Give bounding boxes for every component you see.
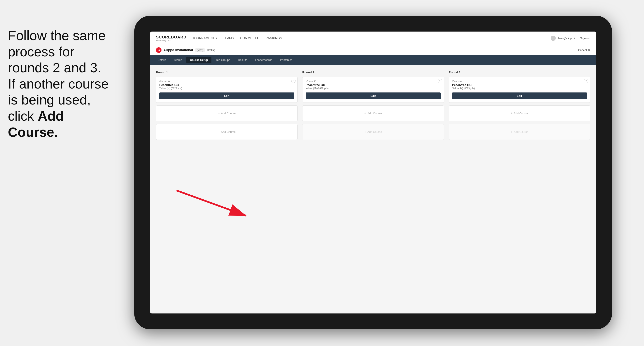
user-email: blair@clippd.io — [558, 37, 576, 40]
round-1-course-card-wrapper: (Course A) Peachtree GC Yellow (M) (6629… — [156, 77, 298, 106]
brand-name: SCOREBOARD — [156, 35, 186, 39]
instruction-text: Follow the same process for rounds 2 and… — [0, 28, 122, 140]
round-2-course-detail: Yellow (M) (6629 yds) — [306, 87, 440, 90]
tab-leaderboards[interactable]: Leaderboards — [252, 57, 276, 63]
round-1-course-card: (Course A) Peachtree GC Yellow (M) (6629… — [156, 77, 298, 103]
round-3-add-plus-1: + — [511, 112, 512, 115]
tab-teams[interactable]: Teams — [170, 57, 186, 63]
round-2-course-tag: (Course A) — [306, 80, 440, 82]
round-2-label: Round 2 — [302, 71, 444, 74]
clippd-icon: C — [156, 47, 162, 53]
round-3-course-tag: (Course A) — [452, 80, 587, 82]
powered-by: Powered by clippd — [156, 39, 186, 42]
user-area: blair@clippd.io | Sign out — [550, 36, 590, 41]
cancel-x-icon: ✕ — [588, 48, 590, 52]
round-1-edit-button[interactable]: Edit — [159, 92, 294, 99]
tournament-name: Clippd Invitational — [164, 48, 193, 52]
round-2-course-name: Peachtree GC — [306, 83, 440, 87]
round-1-course-tag: (Course A) — [159, 80, 294, 82]
brand-logo: SCOREBOARD Powered by clippd — [156, 35, 186, 42]
round-1-course-detail: Yellow (M) (6629 yds) — [159, 87, 294, 90]
round-2-column: Round 2 (Course A) Peachtree GC Yellow (… — [302, 71, 444, 143]
round-3-course-card-wrapper: (Course A) Peachtree GC Yellow (M) (6629… — [449, 77, 590, 106]
round-1-label: Round 1 — [156, 71, 298, 74]
rounds-grid: Round 1 (Course A) Peachtree GC Yellow (… — [156, 71, 590, 143]
round-2-course-card-wrapper: (Course A) Peachtree GC Yellow (M) (6629… — [302, 77, 444, 106]
round-1-course-name: Peachtree GC — [159, 83, 294, 87]
round-1-add-course-1[interactable]: + Add Course — [156, 106, 298, 121]
sign-out-link[interactable]: | Sign out — [579, 37, 590, 40]
tournament-title-area: C Clippd Invitational (Men) Hosting — [156, 47, 215, 53]
tournament-men-badge: (Men) — [195, 48, 204, 52]
tab-tee-groups[interactable]: Tee Groups — [212, 57, 234, 63]
round-2-edit-button[interactable]: Edit — [306, 92, 440, 99]
nav-teams[interactable]: TEAMS — [223, 36, 234, 41]
round-1-add-course-2[interactable]: + Add Course — [156, 124, 298, 140]
tab-results[interactable]: Results — [234, 57, 251, 63]
round-1-column: Round 1 (Course A) Peachtree GC Yellow (… — [156, 71, 298, 143]
tab-navigation: Details Teams Course Setup Tee Groups Re… — [150, 55, 596, 65]
tab-details[interactable]: Details — [154, 57, 170, 63]
round-3-edit-button[interactable]: Edit — [452, 92, 587, 99]
round-1-add-plus-1: + — [218, 112, 220, 115]
top-nav: SCOREBOARD Powered by clippd TOURNAMENTS… — [150, 31, 596, 45]
cancel-button[interactable]: Cancel ✕ — [578, 48, 590, 52]
nav-links: TOURNAMENTS TEAMS COMMITTEE RANKINGS — [192, 36, 282, 41]
round-3-course-name: Peachtree GC — [452, 83, 587, 87]
brand-area: SCOREBOARD Powered by clippd TOURNAMENTS… — [156, 35, 282, 42]
main-content: Round 1 (Course A) Peachtree GC Yellow (… — [150, 65, 596, 314]
round-3-course-card: (Course A) Peachtree GC Yellow (M) (6629… — [449, 77, 590, 103]
round-2-add-course-2: + Add Course — [302, 124, 444, 140]
round-3-column: Round 3 (Course A) Peachtree GC Yellow (… — [449, 71, 590, 143]
round-2-add-course-1[interactable]: + Add Course — [302, 106, 444, 121]
round-2-add-plus-2: + — [364, 130, 366, 134]
round-3-remove-button[interactable]: × — [584, 79, 588, 83]
tab-printables[interactable]: Printables — [276, 57, 296, 63]
hosting-badge: Hosting — [207, 49, 215, 51]
tablet-screen: SCOREBOARD Powered by clippd TOURNAMENTS… — [150, 31, 596, 314]
nav-tournaments[interactable]: TOURNAMENTS — [192, 36, 216, 41]
tablet-frame: SCOREBOARD Powered by clippd TOURNAMENTS… — [134, 16, 612, 329]
round-2-remove-button[interactable]: × — [438, 79, 442, 83]
round-2-course-card: (Course A) Peachtree GC Yellow (M) (6629… — [302, 77, 444, 103]
nav-committee[interactable]: COMMITTEE — [240, 36, 259, 41]
tab-course-setup[interactable]: Course Setup — [186, 57, 212, 63]
round-3-label: Round 3 — [449, 71, 590, 74]
round-3-add-plus-2: + — [511, 130, 512, 134]
round-1-add-plus-2: + — [218, 130, 220, 134]
tournament-header: C Clippd Invitational (Men) Hosting Canc… — [150, 45, 596, 55]
round-2-add-plus-1: + — [364, 112, 366, 115]
user-avatar — [550, 36, 556, 41]
round-3-course-detail: Yellow (M) (6629 yds) — [452, 87, 587, 90]
round-3-add-course-2: + Add Course — [449, 124, 590, 140]
round-3-add-course-1[interactable]: + Add Course — [449, 106, 590, 121]
nav-rankings[interactable]: RANKINGS — [266, 36, 282, 41]
